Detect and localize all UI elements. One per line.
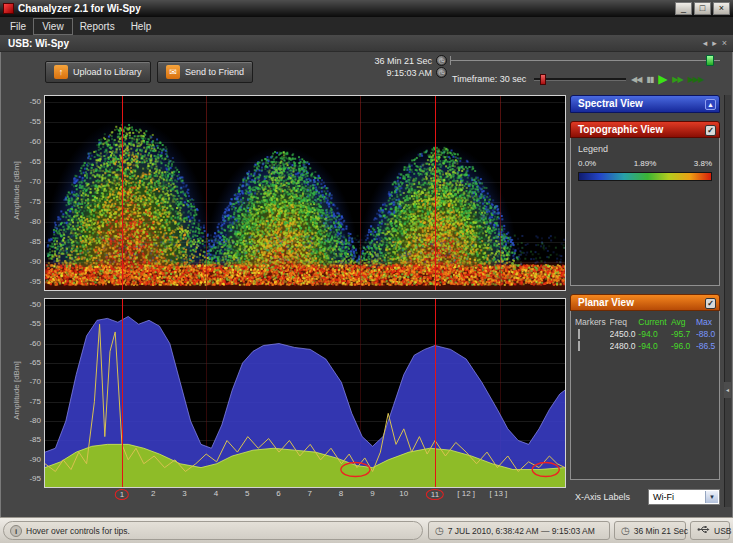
spectral-view-header[interactable]: Spectral View ▲ [570,95,720,113]
pause-icon[interactable]: ▮▮ [646,75,653,84]
panel-collapse-icon[interactable]: ◂ [724,382,731,398]
panel-splitter[interactable] [724,95,731,507]
elapsed-time: 36 Min 21 Sec [346,55,432,67]
channel-label-4[interactable]: 4 [214,489,218,498]
marker-color-swatch[interactable] [578,329,580,339]
app-window: Chanalyzer 2.1 for Wi-Spy _ □ × FileView… [0,0,733,543]
tab-next-icon[interactable]: ▸ [712,38,717,48]
marker-max-value: -86.5 [696,341,717,351]
col-avg: Avg [671,317,696,327]
legend-mid: 1.89% [634,159,657,168]
channel-label-7[interactable]: 7 [307,489,311,498]
session-timeline-track[interactable] [450,60,720,61]
status-duration-section: ◷ 36 Min 21 Sec [614,521,686,540]
channel-label-9[interactable]: 9 [370,489,374,498]
y-tick-label: -75 [29,397,41,406]
channel-label-13[interactable]: [ 13 ] [490,489,508,498]
status-range-section: ◷ 7 JUL 2010, 6:38:42 AM — 9:15:03 AM [428,521,610,540]
y-tick-label: -95 [29,474,41,483]
rewind-icon[interactable]: ◀◀ [631,75,641,84]
x-axis-labels-caption: X-Axis Labels [575,492,630,502]
channel-label-5[interactable]: 5 [245,489,249,498]
time-display: 36 Min 21 Sec 9:15:03 AM [346,55,432,79]
upload-label: Upload to Library [73,67,142,77]
window-title: Chanalyzer 2.1 for Wi-Spy [18,3,675,14]
planar-y-axis: -50-55-60-65-70-75-80-85-90-95 [26,298,43,486]
col-markers: Markers [575,317,610,327]
status-device-text: USB [714,526,731,536]
menu-item-reports[interactable]: Reports [72,19,123,34]
menu-item-file[interactable]: File [2,19,34,34]
send-to-friend-button[interactable]: ✉ Send to Friend [157,61,253,83]
menu-item-help[interactable]: Help [123,19,160,34]
topographic-view-chart[interactable] [44,95,566,291]
session-timeline-thumb[interactable] [706,55,714,66]
x-axis-labels-value: Wi-Fi [653,492,674,502]
marker-avg-value: -95.7 [671,329,696,339]
marker-table-row[interactable]: 2450.0-94.0-95.7-88.0 [575,328,717,340]
y-tick-label: -75 [29,197,41,206]
y-tick-label: -90 [29,257,41,266]
marker-cell [575,341,610,351]
wall-clock-icon[interactable]: ◷ [436,67,447,78]
timeframe-slider-track[interactable] [534,78,626,81]
fast-forward-icon[interactable]: ▶▶▶ [688,75,703,84]
channel-label-6[interactable]: 6 [276,489,280,498]
maximize-button[interactable]: □ [694,2,711,15]
tab-prev-icon[interactable]: ◂ [703,38,708,48]
upload-to-library-button[interactable]: ↑ Upload to Library [45,61,151,83]
marker-color-swatch[interactable] [578,341,580,351]
planar-enabled-checkbox[interactable]: ✓ [705,298,716,309]
tab-close-icon[interactable]: × [722,38,727,48]
menu-item-view[interactable]: View [34,19,72,34]
legend-ticks: 0.0% 1.89% 3.8% [578,159,712,168]
tab-usb-wispy[interactable]: USB: Wi-Spy [0,38,703,49]
spectral-view-title: Spectral View [578,98,643,109]
channel-label-10[interactable]: 10 [399,489,408,498]
usb-icon [697,524,710,537]
channel-label-11[interactable]: 11 [426,489,444,500]
topographic-view-header[interactable]: Topographic View ✓ [570,121,720,138]
channel-label-8[interactable]: 8 [339,489,343,498]
play-icon[interactable]: ▶ [658,72,667,86]
marker-avg-value: -96.0 [671,341,696,351]
legend-min: 0.0% [578,159,596,168]
workspace: ↑ Upload to Library ✉ Send to Friend 36 … [0,52,733,517]
spectral-collapse-icon[interactable]: ▲ [705,99,716,110]
y-tick-label: -90 [29,455,41,464]
density-legend-gradient [578,172,712,181]
tab-nav: ◂ ▸ × [703,38,733,48]
planar-view-header[interactable]: Planar View ✓ [570,294,720,311]
marker-table: Markers Freq Current Avg Max 2450.0-94.0… [575,316,717,352]
channel-label-2[interactable]: 2 [151,489,155,498]
status-bar: i Hover over controls for tips. ◷ 7 JUL … [0,517,733,543]
topographic-panel: Legend 0.0% 1.89% 3.8% [570,138,720,286]
channel-label-3[interactable]: 3 [182,489,186,498]
dropdown-arrow-icon[interactable]: ▼ [705,491,718,503]
marker-current-value: -94.0 [638,341,671,351]
topographic-y-axis: -50-55-60-65-70-75-80-85-90-95 [26,95,43,289]
marker-freq-value: 2450.0 [610,329,639,339]
timeframe-slider-thumb[interactable] [540,74,546,85]
send-icon: ✉ [166,65,180,79]
playback-controls: ◀◀ ▮▮ ▶ ▶▶ ▶▶▶ [631,72,703,86]
topographic-enabled-checkbox[interactable]: ✓ [705,125,716,136]
forward-icon[interactable]: ▶▶ [672,75,682,84]
current-time: 9:15:03 AM [346,67,432,79]
close-button[interactable]: × [713,2,730,15]
planar-view-chart[interactable] [44,298,566,488]
channel-label-12[interactable]: [ 12 ] [457,489,475,498]
minimize-button[interactable]: _ [675,2,692,15]
title-bar[interactable]: Chanalyzer 2.1 for Wi-Spy _ □ × [0,0,733,17]
upload-icon: ↑ [54,65,68,79]
marker-table-row[interactable]: 2480.0-94.0-96.0-86.5 [575,340,717,352]
y-tick-label: -55 [29,319,41,328]
planar-view-title: Planar View [578,297,634,308]
elapsed-clock-icon[interactable]: ◷ [436,55,447,66]
marker-current-value: -94.0 [638,329,671,339]
col-current: Current [638,317,671,327]
marker-table-header: Markers Freq Current Avg Max [575,316,717,328]
x-axis-labels-dropdown[interactable]: Wi-Fi ▼ [648,489,720,505]
col-freq: Freq [610,317,639,327]
channel-label-1[interactable]: 1 [115,489,129,500]
